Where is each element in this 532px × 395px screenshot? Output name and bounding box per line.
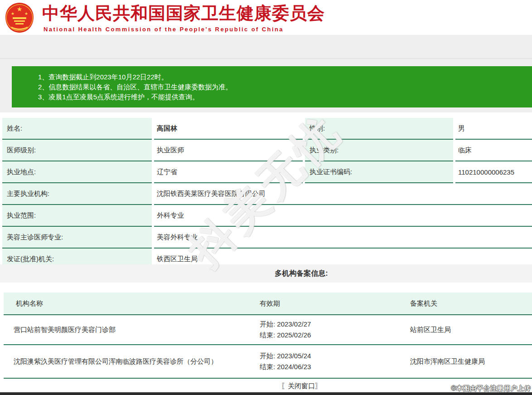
institution-name: 营口站前智美明颜医疗美容门诊部 [4, 315, 254, 345]
table-row: 沈阳澳紫汣美医疗管理有限公司浑南临波路医疗美容诊所（分公司） 开始: 2023/… [4, 345, 532, 379]
site-subtitle: National Health Commission of the People… [44, 26, 284, 33]
table-row: 营口站前智美明颜医疗美容门诊部 开始: 2023/02/27 结束: 2025/… [4, 315, 532, 345]
column-header-authority: 备案机关 [405, 293, 532, 315]
notice-line-1: 1、查询数据截止到2023年10月22日22时。 [38, 72, 532, 82]
column-header-validity: 有效期 [254, 293, 405, 315]
field-label-certificate-no: 执业证书编码: [305, 161, 453, 183]
field-label-practice-type: 执业类别: [305, 140, 453, 161]
table-row: 医师级别: 执业医师 执业类别: 临床 [2, 140, 532, 161]
svg-text:★: ★ [11, 11, 15, 16]
field-label-doctor-level: 医师级别: [2, 140, 152, 161]
validity-period: 开始: 2023/02/27 结束: 2025/02/26 [254, 315, 405, 345]
close-window-link[interactable]: 〖关闭窗口〗 [281, 382, 322, 390]
field-value-name: 高国林 [154, 118, 303, 140]
field-value-main-institution: 沈阳铁西美莱医疗美容医院有限公司 [154, 183, 532, 205]
field-label-gender: 性别: [305, 118, 453, 140]
close-window-row: 〖关闭窗口〗 [0, 382, 532, 390]
multi-org-table: 机构名称 有效期 备案机关 营口站前智美明颜医疗美容门诊部 开始: 2023/0… [4, 293, 532, 379]
field-value-practice-scope: 外科专业 [154, 205, 532, 227]
record-authority: 沈阳市浑南区卫生健康局 [405, 345, 532, 379]
doctor-details-table: 姓名: 高国林 性别: 男 医师级别: 执业医师 执业类别: 临床 执业地点: … [0, 118, 532, 270]
svg-text:★: ★ [17, 5, 23, 13]
table-row: 姓名: 高国林 性别: 男 [2, 118, 532, 140]
bottom-footer-bar [0, 392, 532, 395]
notice-line-2: 2、信息数据结果以各省、自治区、直辖市卫生健康委数据为准。 [38, 82, 532, 92]
table-header-row: 机构名称 有效期 备案机关 [4, 293, 532, 315]
header-banner[interactable]: ★ ★ ★ 中华人民共和国国家卫生健康委员会 National Health C… [0, 0, 532, 35]
field-label-cosmetic-specialty: 美容主诊医师专业: [2, 227, 152, 249]
multi-org-section-title: 多机构备案信息: [0, 264, 532, 283]
page-viewport: ★ ★ ★ 中华人民共和国国家卫生健康委员会 National Health C… [0, 0, 532, 395]
table-row: 主要执业机构: 沈阳铁西美莱医疗美容医院有限公司 [2, 183, 532, 205]
field-label-practice-place: 执业地点: [2, 161, 152, 183]
table-row: 执业范围: 外科专业 [2, 205, 532, 227]
china-national-emblem-icon: ★ ★ ★ [4, 2, 35, 34]
notice-line-3: 3、凌晨1点至凌晨5点系统进行维护，不能提供查询。 [38, 92, 532, 102]
validity-start: 开始: 2023/02/27 [260, 319, 404, 330]
field-label-name: 姓名: [2, 118, 152, 140]
table-row: 执业地点: 辽宁省 执业证书编码: 110210000006235 [2, 161, 532, 183]
field-value-cosmetic-specialty: 美容外科专业 [154, 227, 532, 249]
validity-period: 开始: 2023/05/24 结束: 2024/06/23 [254, 345, 405, 379]
institution-name: 沈阳澳紫汣美医疗管理有限公司浑南临波路医疗美容诊所（分公司） [4, 345, 254, 379]
column-header-institution: 机构名称 [4, 293, 254, 315]
notice-box: 1、查询数据截止到2023年10月22日22时。 2、信息数据结果以各省、自治区… [12, 66, 532, 107]
record-authority: 站前区卫生局 [405, 315, 532, 345]
field-value-gender: 男 [455, 118, 532, 140]
validity-end: 结束: 2025/02/26 [260, 330, 404, 341]
field-label-main-institution: 主要执业机构: [2, 183, 152, 205]
field-value-certificate-no: 110210000006235 [455, 161, 532, 183]
field-value-practice-place: 辽宁省 [154, 161, 303, 183]
table-row: 美容主诊医师专业: 美容外科专业 [2, 227, 532, 249]
page-body: ★ ★ ★ 中华人民共和国国家卫生健康委员会 National Health C… [0, 0, 532, 395]
validity-end: 结束: 2024/06/23 [260, 361, 404, 372]
field-value-doctor-level: 执业医师 [154, 140, 303, 161]
validity-start: 开始: 2023/05/24 [260, 351, 404, 361]
header-divider [0, 58, 532, 59]
svg-text:★: ★ [24, 11, 28, 16]
field-label-practice-scope: 执业范围: [2, 205, 152, 227]
site-title: 中华人民共和国国家卫生健康委员会 [42, 2, 325, 25]
field-value-practice-type: 临床 [455, 140, 532, 161]
